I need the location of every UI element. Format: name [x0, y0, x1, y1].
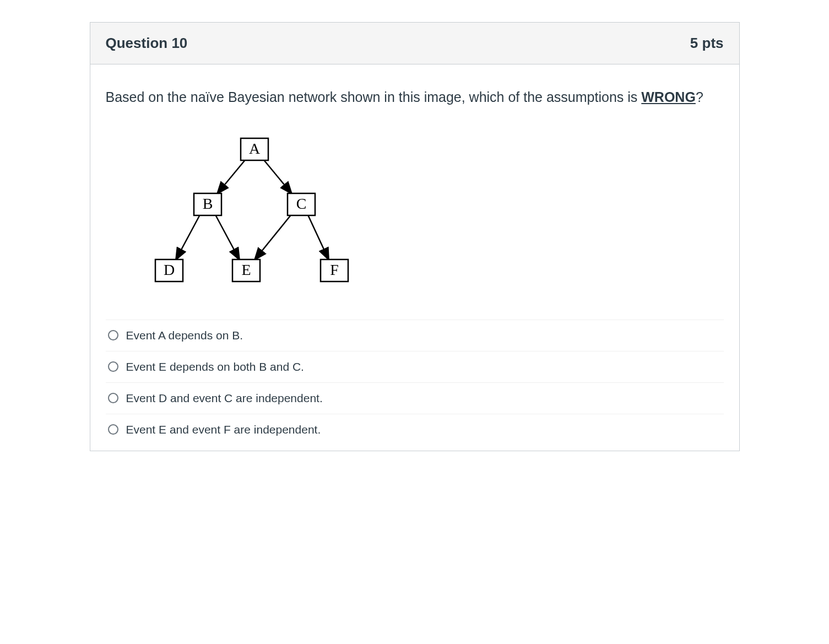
- edge-A-B: [217, 159, 246, 194]
- question-body: Based on the naïve Bayesian network show…: [90, 64, 739, 451]
- answer-option[interactable]: Event D and event C are independent.: [106, 383, 724, 414]
- radio-icon: [108, 424, 118, 435]
- node-label-E: E: [241, 261, 251, 278]
- question-card: Question 10 5 pts Based on the naïve Bay…: [90, 22, 740, 451]
- bayesian-network-diagram: A B C D E F: [144, 130, 724, 297]
- answer-label: Event E depends on both B and C.: [126, 360, 722, 374]
- prompt-emphasis: WRONG: [641, 89, 696, 105]
- answer-label: Event E and event F are independent.: [126, 423, 722, 436]
- node-label-B: B: [202, 195, 213, 212]
- node-label-F: F: [330, 261, 339, 278]
- node-label-D: D: [163, 261, 174, 278]
- radio-icon: [108, 330, 118, 340]
- prompt-pre: Based on the naïve Bayesian network show…: [106, 89, 642, 105]
- answer-label: Event D and event C are independent.: [126, 392, 722, 405]
- answer-list: Event A depends on B. Event E depends on…: [106, 320, 724, 445]
- edge-A-C: [263, 159, 292, 194]
- answer-option[interactable]: Event A depends on B.: [106, 320, 724, 351]
- answer-option[interactable]: Event E depends on both B and C.: [106, 351, 724, 383]
- radio-icon: [108, 393, 118, 403]
- answer-option[interactable]: Event E and event F are independent.: [106, 414, 724, 445]
- diagram-svg: A B C D E F: [144, 130, 365, 295]
- edge-C-E: [254, 214, 292, 260]
- question-title: Question 10: [106, 35, 188, 52]
- edge-C-F: [307, 214, 329, 260]
- question-prompt: Based on the naïve Bayesian network show…: [106, 86, 724, 108]
- answer-label: Event A depends on B.: [126, 329, 722, 342]
- question-header: Question 10 5 pts: [90, 23, 739, 64]
- question-points: 5 pts: [690, 35, 724, 52]
- prompt-post: ?: [696, 89, 703, 105]
- radio-icon: [108, 361, 118, 372]
- edge-B-D: [176, 214, 201, 260]
- node-label-A: A: [248, 140, 260, 157]
- edge-B-E: [215, 214, 240, 260]
- node-label-C: C: [296, 195, 306, 212]
